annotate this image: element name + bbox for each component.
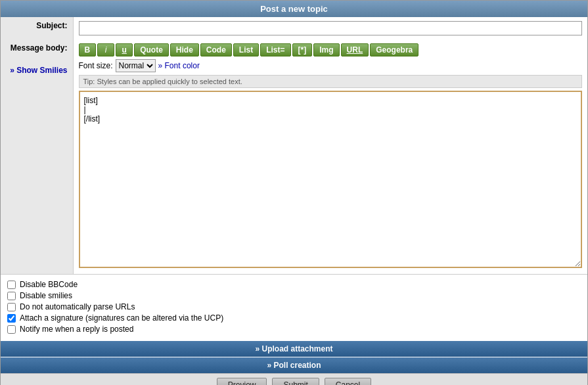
attach-signature-label: Attach a signature (signatures can be al… [20,313,223,323]
url-button[interactable]: URL [341,43,369,57]
code-button[interactable]: Code [200,43,232,57]
disable-smilies-row: Disable smilies [7,291,581,300]
font-size-row: Font size: Tiny Small Normal Large Huge … [79,59,583,72]
poll-creation-link[interactable]: » Poll creation [267,361,321,370]
message-body-cell: B i u Quote Hide Code List List= [*] Img… [73,39,587,274]
bold-button[interactable]: B [79,43,97,57]
list-item-button[interactable]: [*] [292,43,313,57]
no-parse-urls-label: Do not automatically parse URLs [20,302,135,311]
disable-bbcode-label: Disable BBCode [20,280,78,289]
title-bar: Post a new topic [1,1,587,17]
window-title: Post a new topic [260,4,328,14]
tip-bar: Tip: Styles can be applied quickly to se… [79,75,583,88]
message-body-label: Message body: Show Smilies [1,39,73,274]
attach-signature-checkbox[interactable] [7,314,16,323]
message-body-row: Message body: Show Smilies B i u Quote H… [1,39,587,274]
toolbar: B i u Quote Hide Code List List= [*] Img… [79,43,583,57]
subject-cell [73,17,587,39]
upload-attachment-link[interactable]: » Upload attachment [255,344,332,353]
notify-reply-checkbox[interactable] [7,325,16,334]
italic-button[interactable]: i [97,43,114,57]
geogebra-button[interactable]: Geogebra [370,43,418,57]
subject-label: Subject: [1,17,73,39]
disable-smilies-checkbox[interactable] [7,292,16,300]
underline-button[interactable]: u [116,43,133,57]
list-ordered-button[interactable]: List= [260,43,290,57]
cancel-button[interactable]: Cancel [325,378,371,385]
font-color-link[interactable]: » Font color [158,61,200,70]
font-size-label: Font size: [79,61,113,70]
no-parse-urls-checkbox[interactable] [7,303,16,311]
quote-button[interactable]: Quote [134,43,169,57]
disable-bbcode-checkbox[interactable] [7,281,16,289]
message-textarea[interactable]: [list] | [/list] [79,91,583,268]
font-size-select[interactable]: Tiny Small Normal Large Huge [116,59,156,72]
subject-input[interactable] [79,21,583,35]
bottom-bar: Preview Submit Cancel [1,373,587,385]
no-parse-urls-row: Do not automatically parse URLs [7,302,581,311]
submit-button[interactable]: Submit [272,378,319,385]
form-table: Subject: Message body: Show Smilies B i … [1,17,587,274]
disable-bbcode-row: Disable BBCode [7,280,581,289]
attach-signature-row: Attach a signature (signatures can be al… [7,313,581,323]
disable-smilies-label: Disable smilies [20,291,72,300]
preview-button[interactable]: Preview [217,378,267,385]
show-smilies-link[interactable]: Show Smilies [10,66,67,75]
hide-button[interactable]: Hide [170,43,199,57]
notify-reply-row: Notify me when a reply is posted [7,325,581,334]
upload-attachment-bar[interactable]: » Upload attachment [1,341,587,357]
notify-reply-label: Notify me when a reply is posted [20,325,133,334]
poll-creation-bar[interactable]: » Poll creation [1,357,587,373]
post-topic-window: Post a new topic Subject: Message body: … [0,0,588,385]
subject-row: Subject: [1,17,587,39]
img-button[interactable]: Img [313,43,339,57]
list-button[interactable]: List [233,43,259,57]
options-section: Disable BBCode Disable smilies Do not au… [1,274,587,341]
